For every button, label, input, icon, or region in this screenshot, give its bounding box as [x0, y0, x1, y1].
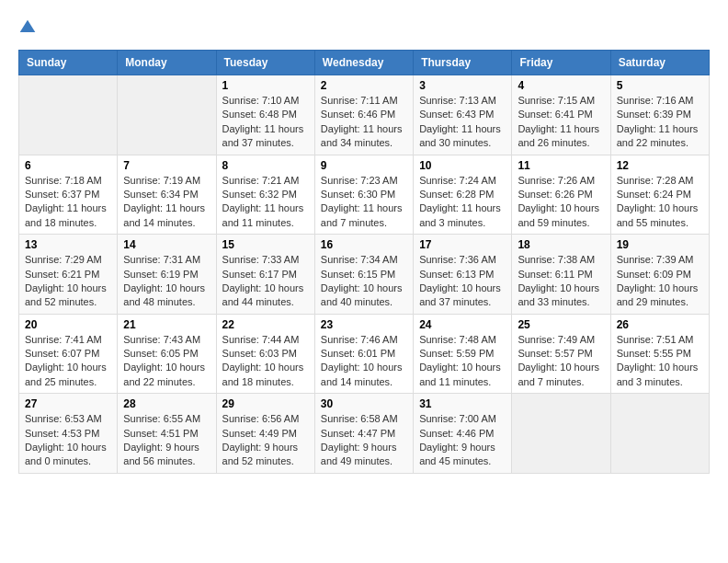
sunset-text: Sunset: 6:01 PM — [321, 348, 395, 359]
sunset-text: Sunset: 5:57 PM — [518, 348, 592, 359]
day-number: 3 — [419, 79, 506, 92]
weekday-header: Saturday — [610, 51, 709, 75]
sunrise-text: Sunrise: 6:53 AM — [25, 413, 102, 424]
sunset-text: Sunset: 6:48 PM — [222, 109, 297, 120]
cell-content: Sunrise: 7:51 AM Sunset: 5:55 PM Dayligh… — [617, 333, 703, 390]
day-number: 19 — [617, 238, 703, 251]
day-number: 14 — [123, 238, 210, 251]
calendar-cell: 17 Sunrise: 7:36 AM Sunset: 6:13 PM Dayl… — [414, 235, 512, 315]
sunrise-text: Sunrise: 7:48 AM — [419, 334, 496, 345]
sunset-text: Sunset: 6:07 PM — [25, 348, 99, 359]
calendar-cell: 18 Sunrise: 7:38 AM Sunset: 6:11 PM Dayl… — [512, 235, 610, 315]
day-number: 18 — [518, 238, 604, 251]
daylight-text: Daylight: 11 hours and 3 minutes. — [419, 202, 501, 227]
day-number: 13 — [25, 238, 111, 251]
day-number: 5 — [617, 79, 703, 92]
calendar-header-row: SundayMondayTuesdayWednesdayThursdayFrid… — [19, 51, 710, 75]
sunrise-text: Sunrise: 7:15 AM — [518, 95, 595, 106]
sunset-text: Sunset: 5:59 PM — [419, 348, 494, 359]
calendar-cell: 30 Sunrise: 6:58 AM Sunset: 4:47 PM Dayl… — [314, 394, 413, 474]
sunrise-text: Sunrise: 7:29 AM — [25, 254, 102, 265]
calendar-week-row: 20 Sunrise: 7:41 AM Sunset: 6:07 PM Dayl… — [19, 314, 710, 394]
sunrise-text: Sunrise: 7:10 AM — [222, 95, 300, 106]
day-number: 15 — [222, 238, 309, 251]
sunrise-text: Sunrise: 7:46 AM — [321, 334, 398, 345]
cell-content: Sunrise: 7:13 AM Sunset: 6:43 PM Dayligh… — [419, 94, 506, 151]
calendar-cell: 5 Sunrise: 7:16 AM Sunset: 6:39 PM Dayli… — [610, 75, 709, 155]
calendar-cell: 24 Sunrise: 7:48 AM Sunset: 5:59 PM Dayl… — [414, 314, 512, 394]
sunset-text: Sunset: 6:43 PM — [419, 109, 494, 120]
cell-content: Sunrise: 7:23 AM Sunset: 6:30 PM Dayligh… — [321, 174, 407, 231]
calendar-cell — [118, 75, 216, 155]
calendar-cell: 11 Sunrise: 7:26 AM Sunset: 6:26 PM Dayl… — [512, 155, 610, 235]
cell-content: Sunrise: 7:36 AM Sunset: 6:13 PM Dayligh… — [419, 253, 506, 310]
daylight-text: Daylight: 10 hours and 7 minutes. — [518, 362, 599, 386]
sunset-text: Sunset: 5:55 PM — [617, 348, 691, 359]
cell-content: Sunrise: 7:28 AM Sunset: 6:24 PM Dayligh… — [617, 174, 703, 231]
sunset-text: Sunset: 6:17 PM — [222, 269, 297, 280]
cell-content: Sunrise: 7:34 AM Sunset: 6:15 PM Dayligh… — [321, 253, 407, 310]
daylight-text: Daylight: 10 hours and 48 minutes. — [123, 282, 205, 307]
daylight-text: Daylight: 11 hours and 22 minutes. — [617, 123, 699, 148]
cell-content: Sunrise: 7:10 AM Sunset: 6:48 PM Dayligh… — [222, 94, 309, 151]
sunrise-text: Sunrise: 7:00 AM — [419, 413, 496, 424]
daylight-text: Daylight: 10 hours and 44 minutes. — [222, 282, 304, 307]
cell-content: Sunrise: 7:24 AM Sunset: 6:28 PM Dayligh… — [419, 174, 506, 231]
cell-content: Sunrise: 7:48 AM Sunset: 5:59 PM Dayligh… — [419, 333, 506, 390]
calendar-cell: 25 Sunrise: 7:49 AM Sunset: 5:57 PM Dayl… — [512, 314, 610, 394]
daylight-text: Daylight: 11 hours and 26 minutes. — [518, 123, 599, 148]
calendar-week-row: 6 Sunrise: 7:18 AM Sunset: 6:37 PM Dayli… — [19, 155, 710, 235]
sunset-text: Sunset: 6:32 PM — [222, 189, 297, 200]
calendar-cell: 2 Sunrise: 7:11 AM Sunset: 6:46 PM Dayli… — [314, 75, 413, 155]
day-number: 29 — [222, 397, 309, 410]
daylight-text: Daylight: 10 hours and 25 minutes. — [25, 362, 107, 386]
calendar-week-row: 1 Sunrise: 7:10 AM Sunset: 6:48 PM Dayli… — [19, 75, 710, 155]
sunrise-text: Sunrise: 7:44 AM — [222, 334, 300, 345]
day-number: 30 — [321, 397, 407, 410]
page-header — [18, 18, 710, 40]
sunrise-text: Sunrise: 7:36 AM — [419, 254, 496, 265]
cell-content: Sunrise: 6:53 AM Sunset: 4:53 PM Dayligh… — [25, 412, 111, 469]
calendar-cell — [512, 394, 610, 474]
sunrise-text: Sunrise: 7:28 AM — [617, 175, 694, 186]
cell-content: Sunrise: 7:16 AM Sunset: 6:39 PM Dayligh… — [617, 94, 703, 151]
sunset-text: Sunset: 6:19 PM — [123, 269, 198, 280]
daylight-text: Daylight: 10 hours and 18 minutes. — [222, 362, 304, 386]
day-number: 20 — [25, 318, 111, 331]
daylight-text: Daylight: 10 hours and 37 minutes. — [419, 282, 501, 307]
cell-content: Sunrise: 7:00 AM Sunset: 4:46 PM Dayligh… — [419, 412, 506, 469]
sunset-text: Sunset: 4:47 PM — [321, 428, 395, 439]
sunrise-text: Sunrise: 7:18 AM — [25, 175, 102, 186]
sunset-text: Sunset: 6:30 PM — [321, 189, 395, 200]
sunset-text: Sunset: 6:34 PM — [123, 189, 198, 200]
calendar-cell: 6 Sunrise: 7:18 AM Sunset: 6:37 PM Dayli… — [19, 155, 118, 235]
cell-content: Sunrise: 7:29 AM Sunset: 6:21 PM Dayligh… — [25, 253, 111, 310]
calendar-cell: 8 Sunrise: 7:21 AM Sunset: 6:32 PM Dayli… — [216, 155, 314, 235]
cell-content: Sunrise: 7:33 AM Sunset: 6:17 PM Dayligh… — [222, 253, 309, 310]
cell-content: Sunrise: 7:19 AM Sunset: 6:34 PM Dayligh… — [123, 174, 210, 231]
day-number: 7 — [123, 159, 210, 172]
sunset-text: Sunset: 6:21 PM — [25, 269, 99, 280]
daylight-text: Daylight: 11 hours and 30 minutes. — [419, 123, 501, 148]
calendar-cell: 26 Sunrise: 7:51 AM Sunset: 5:55 PM Dayl… — [610, 314, 709, 394]
cell-content: Sunrise: 7:49 AM Sunset: 5:57 PM Dayligh… — [518, 333, 604, 390]
day-number: 28 — [123, 397, 210, 410]
day-number: 10 — [419, 159, 506, 172]
sunrise-text: Sunrise: 7:51 AM — [617, 334, 694, 345]
calendar-cell: 22 Sunrise: 7:44 AM Sunset: 6:03 PM Dayl… — [216, 314, 314, 394]
sunrise-text: Sunrise: 7:39 AM — [617, 254, 694, 265]
cell-content: Sunrise: 7:39 AM Sunset: 6:09 PM Dayligh… — [617, 253, 703, 310]
calendar-cell — [19, 75, 118, 155]
day-number: 6 — [25, 159, 111, 172]
daylight-text: Daylight: 9 hours and 52 minutes. — [222, 442, 299, 466]
calendar-cell: 27 Sunrise: 6:53 AM Sunset: 4:53 PM Dayl… — [19, 394, 118, 474]
daylight-text: Daylight: 10 hours and 33 minutes. — [518, 282, 599, 307]
sunset-text: Sunset: 6:03 PM — [222, 348, 297, 359]
weekday-header: Tuesday — [216, 51, 314, 75]
day-number: 25 — [518, 318, 604, 331]
daylight-text: Daylight: 10 hours and 59 minutes. — [518, 202, 599, 227]
daylight-text: Daylight: 11 hours and 7 minutes. — [321, 202, 403, 227]
sunset-text: Sunset: 6:28 PM — [419, 189, 494, 200]
calendar-cell: 10 Sunrise: 7:24 AM Sunset: 6:28 PM Dayl… — [414, 155, 512, 235]
sunset-text: Sunset: 6:15 PM — [321, 269, 395, 280]
